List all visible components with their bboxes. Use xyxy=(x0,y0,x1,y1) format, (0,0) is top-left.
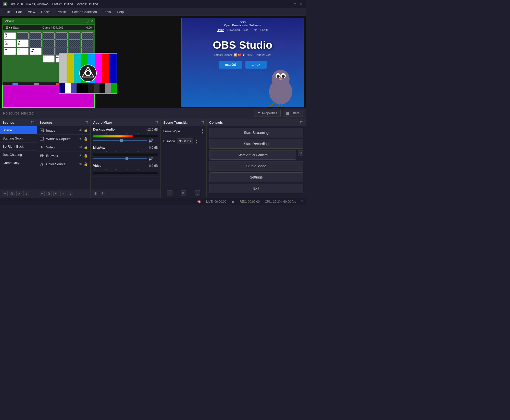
remove-source-button[interactable]: 🗑 xyxy=(46,191,52,196)
svg-line-9 xyxy=(270,100,276,107)
source-item-browser[interactable]: Browser 👁 🔒 xyxy=(37,151,90,160)
add-scene-button[interactable]: + xyxy=(2,191,8,196)
menu-scene-collection[interactable]: Scene Collection xyxy=(69,9,99,15)
card-facedown xyxy=(56,32,68,40)
scene-item-starting-soon[interactable]: Starting Soon xyxy=(0,134,37,143)
move-scene-up-button[interactable]: ∧ xyxy=(16,191,22,196)
mic-aux-volume-slider[interactable] xyxy=(93,158,147,159)
sources-panel-icon[interactable]: ⬚ xyxy=(84,120,88,124)
browser-nav-blog[interactable]: Blog xyxy=(243,28,248,32)
menu-view[interactable]: View xyxy=(25,9,38,15)
exit-button[interactable]: Exit xyxy=(209,184,303,193)
add-transition-button[interactable]: + xyxy=(167,190,172,196)
visibility-icon[interactable]: 👁 xyxy=(79,154,82,158)
audio-more-button[interactable]: ⋮ xyxy=(100,191,105,196)
macos-btn[interactable]: macOS xyxy=(219,61,242,69)
visibility-icon[interactable]: 👁 xyxy=(79,162,82,166)
duration-arrows[interactable]: ▲ ▼ xyxy=(195,139,197,144)
source-item-image[interactable]: Image 👁 🔒 xyxy=(37,126,90,135)
scene-item-be-right-back[interactable]: Be Right Back xyxy=(0,143,37,151)
resize-grip: ⠿ xyxy=(301,200,303,203)
browser-nav-download[interactable]: Download xyxy=(227,28,240,32)
browser-nav-home[interactable]: Home xyxy=(217,28,224,32)
source-status-bar: No source selected ⚙ Properties ▦ Filter… xyxy=(0,108,306,119)
audio-settings-button[interactable]: ⚙ xyxy=(93,191,98,196)
visibility-icon[interactable]: 👁 xyxy=(79,137,82,141)
menu-docks[interactable]: Docks xyxy=(39,9,53,15)
bird-image xyxy=(260,61,301,107)
lock-icon[interactable]: 🔒 xyxy=(84,162,88,166)
transition-settings-button[interactable]: ⋮ xyxy=(195,190,200,196)
settings-button[interactable]: Settings xyxy=(209,172,303,182)
move-source-down-button[interactable]: ∨ xyxy=(68,191,73,196)
card-col-1: K♠Q♥ J♦10♥ 9♠ xyxy=(4,32,16,81)
transition-arrow[interactable]: ▲ ▼ xyxy=(201,128,204,134)
maximize-button[interactable]: □ xyxy=(293,2,297,6)
audio-mixer-header: Audio Mixer ⬚ xyxy=(91,119,160,126)
lock-icon[interactable]: 🔒 xyxy=(84,145,88,149)
source-controls-image: 👁 🔒 xyxy=(79,129,88,132)
audio-mixer-panel: Audio Mixer ⬚ Desktop Audio -12.0 dB -60… xyxy=(91,119,161,198)
source-item-window-capture[interactable]: Window Capture 👁 🔒 xyxy=(37,135,90,143)
move-scene-down-button[interactable]: ∨ xyxy=(23,191,29,196)
scenes-title: Scenes xyxy=(3,121,14,124)
scene-item-scene[interactable]: Scene xyxy=(0,126,37,134)
lock-icon[interactable]: 🔒 xyxy=(84,154,88,158)
duration-value[interactable]: 3000 ms xyxy=(177,138,193,144)
video-source-icon xyxy=(40,145,44,149)
lock-icon[interactable]: 🔒 xyxy=(84,137,88,141)
preview-area: Solitaire _ □ ✕ ☰ ♦ ♠ Easy Game #4041969… xyxy=(0,16,306,108)
desktop-audio-volume-slider[interactable] xyxy=(93,140,147,141)
mic-aux-mute-button[interactable]: 🔊 xyxy=(148,157,153,161)
lock-icon[interactable]: 🔒 xyxy=(84,129,88,132)
browser-btn-row: macOS Linux xyxy=(219,61,266,69)
start-streaming-button[interactable]: Start Streaming xyxy=(209,128,303,137)
start-recording-button[interactable]: Start Recording xyxy=(209,139,303,149)
game-titlebar: Solitaire _ □ ✕ xyxy=(2,18,95,24)
scene-transitions-footer: + 🗑 ⋮ xyxy=(161,188,206,198)
minimize-button[interactable]: ─ xyxy=(287,2,291,6)
desktop-audio-settings-button[interactable]: ⋮ xyxy=(154,138,158,143)
scene-item-game-only[interactable]: Game Only xyxy=(0,159,37,167)
source-item-video[interactable]: Video 👁 🔒 xyxy=(37,143,90,151)
svg-marker-21 xyxy=(41,146,43,148)
controls-icon[interactable]: ⬚ xyxy=(300,120,303,124)
browser-content: OBS Open Broadcaster Software Home Downl… xyxy=(182,18,304,107)
visibility-icon[interactable]: 👁 xyxy=(79,145,82,149)
visibility-icon[interactable]: 👁 xyxy=(79,129,82,132)
menu-profile[interactable]: Profile xyxy=(54,9,68,15)
titlebar: OBS 28.0.0 (64-bit, windows) - Profile: … xyxy=(0,0,306,8)
source-controls-video: 👁 🔒 xyxy=(79,145,88,149)
menu-tools[interactable]: Tools xyxy=(101,9,113,15)
close-button[interactable]: ✕ xyxy=(299,2,303,6)
start-virtual-camera-button[interactable]: Start Virtual Camera xyxy=(209,150,296,160)
desktop-audio-meter-labels: -60-50-40-30-20-100 xyxy=(93,132,158,135)
browser-nav-forum[interactable]: Forum xyxy=(260,28,269,32)
source-settings-button[interactable]: ⚙ xyxy=(53,191,59,196)
mic-aux-settings-button[interactable]: ⋮ xyxy=(154,157,158,161)
menu-file[interactable]: File xyxy=(2,9,13,15)
bars-bottom xyxy=(59,83,117,93)
scene-transitions-icon[interactable]: ⬚ xyxy=(201,120,204,124)
studio-mode-button[interactable]: Studio Mode xyxy=(209,161,303,171)
mic-aux-channel: Mic/Aux 0.0 dB -60-50-40-30-20-100 🔊 ⋮ xyxy=(91,144,160,162)
add-source-button[interactable]: + xyxy=(39,191,45,196)
card-col-3: 10♠9♥ xyxy=(30,32,42,81)
audio-mixer-icon[interactable]: ⬚ xyxy=(155,120,158,124)
source-item-color-source[interactable]: Color Source 👁 🔒 xyxy=(37,160,90,168)
game-header-left: ☰ ♦ ♠ Easy xyxy=(5,26,19,29)
menu-help[interactable]: Help xyxy=(114,9,126,15)
move-source-up-button[interactable]: ∧ xyxy=(60,191,66,196)
source-name-video: Video xyxy=(46,145,77,149)
filters-button[interactable]: ▦ Filters xyxy=(283,110,303,117)
scene-item-just-chatting[interactable]: Just Chatting xyxy=(0,151,37,159)
card-facedown xyxy=(43,48,55,55)
desktop-audio-mute-button[interactable]: 🔊 xyxy=(148,138,153,143)
menu-edit[interactable]: Edit xyxy=(14,9,24,15)
virtual-camera-settings-button[interactable]: ⚙ xyxy=(298,150,303,156)
browser-nav-help[interactable]: Help xyxy=(252,28,257,32)
scenes-panel-icon[interactable]: ⬚ xyxy=(31,120,34,124)
properties-button[interactable]: ⚙ Properties xyxy=(254,110,280,117)
remove-scene-button[interactable]: 🗑 xyxy=(9,191,15,196)
remove-transition-button[interactable]: 🗑 xyxy=(181,190,186,196)
